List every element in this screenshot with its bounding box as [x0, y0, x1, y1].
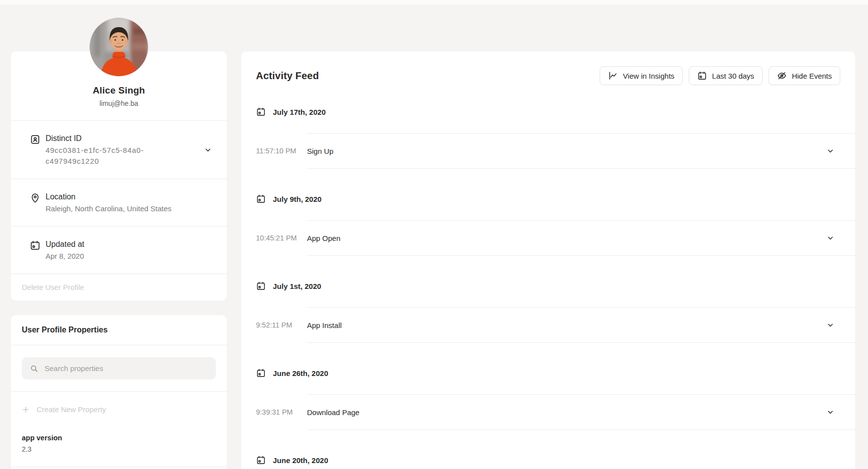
attr-value: 49cc0381-e1fc-57c5-84a0-c497949c1220: [46, 145, 169, 167]
activity-feed-title: Activity Feed: [256, 70, 319, 82]
calendar-icon: [256, 368, 266, 378]
calendar-icon: [256, 281, 266, 291]
eye-off-icon: [777, 71, 787, 81]
search-box[interactable]: [22, 357, 216, 379]
button-label: View in Insights: [623, 72, 674, 80]
delete-row: Delete User Profile: [11, 274, 227, 301]
chevron-down-icon[interactable]: [826, 408, 834, 416]
feed-group: July 1st, 2020 9:52:11 PM App Install: [256, 281, 855, 343]
feed-group: June 20th, 2020: [256, 455, 855, 469]
profile-card: Alice Singh limuj@he.ba Distinct ID 49cc…: [11, 51, 227, 301]
attr-row-location: Location Raleigh, North Carolina, United…: [11, 179, 227, 226]
calendar-icon: [30, 240, 41, 251]
event-row: 11:57:10 PM Sign Up: [256, 133, 855, 169]
properties-header: User Profile Properties: [11, 315, 227, 345]
property-value: 2.3: [22, 445, 216, 453]
calendar-icon: [697, 71, 707, 81]
event-time: 9:39:31 PM: [256, 394, 307, 430]
last-30-days-button[interactable]: Last 30 days: [689, 66, 763, 85]
feed-body: July 17th, 2020 11:57:10 PM Sign Up July…: [241, 106, 855, 469]
calendar-icon: [256, 455, 266, 465]
event-time: 11:57:10 PM: [256, 133, 307, 169]
property-row-app-version[interactable]: app version 2.3: [11, 419, 227, 467]
date-label: July 17th, 2020: [273, 108, 326, 116]
calendar-icon: [256, 194, 266, 204]
event-expander[interactable]: Sign Up: [307, 133, 855, 169]
event-name: App Open: [307, 234, 341, 242]
plus-icon: [22, 406, 30, 414]
chevron-down-icon[interactable]: [204, 146, 212, 154]
map-pin-icon: [30, 192, 41, 203]
attr-value: Raleigh, North Carolina, United States: [46, 203, 171, 214]
attr-row-updated-at: Updated at Apr 8, 2020: [11, 226, 227, 274]
chevron-down-icon[interactable]: [826, 234, 834, 242]
feed-group: July 17th, 2020 11:57:10 PM Sign Up: [256, 106, 855, 169]
create-new-property-button[interactable]: Create New Property: [11, 392, 227, 419]
event-expander[interactable]: App Install: [307, 307, 855, 343]
date-header: July 9th, 2020: [256, 193, 855, 204]
attr-label: Location: [46, 192, 171, 202]
date-label: July 1st, 2020: [273, 282, 321, 290]
calendar-icon: [256, 107, 266, 117]
chevron-down-icon[interactable]: [826, 321, 834, 329]
search-properties-input[interactable]: [45, 364, 208, 373]
event-row: 9:39:31 PM Download Page: [256, 394, 855, 430]
feed-toolbar: View in Insights Last 30 days Hide Event…: [600, 66, 840, 85]
event-time: 10:45:21 PM: [256, 220, 307, 256]
event-name: App Install: [307, 321, 342, 329]
feed-header: Activity Feed View in Insights Last 30 d…: [241, 51, 855, 85]
date-header: July 17th, 2020: [256, 106, 855, 117]
date-header: July 1st, 2020: [256, 281, 855, 291]
event-time: 9:52:11 PM: [256, 307, 307, 343]
button-label: Hide Events: [792, 72, 832, 80]
date-header: June 26th, 2020: [256, 368, 855, 378]
chevron-down-icon[interactable]: [826, 147, 834, 155]
event-row: 9:52:11 PM App Install: [256, 307, 855, 343]
attr-row-distinct-id: Distinct ID 49cc0381-e1fc-57c5-84a0-c497…: [11, 120, 227, 179]
date-label: July 9th, 2020: [273, 195, 321, 203]
delete-user-profile-button[interactable]: Delete User Profile: [22, 283, 84, 291]
property-name: app version: [22, 434, 216, 442]
date-header: June 20th, 2020: [256, 455, 855, 466]
activity-feed-card: Activity Feed View in Insights Last 30 d…: [241, 51, 855, 469]
avatar-photo-illustration: [90, 18, 148, 76]
event-expander[interactable]: Download Page: [307, 394, 855, 430]
properties-title: User Profile Properties: [22, 326, 216, 334]
feed-group: July 9th, 2020 10:45:21 PM App Open: [256, 193, 855, 256]
properties-card: User Profile Properties Create New Prope…: [11, 315, 227, 469]
search-icon: [30, 364, 39, 373]
attr-value: Apr 8, 2020: [46, 251, 84, 262]
button-label: Last 30 days: [712, 72, 754, 80]
profile-name: Alice Singh: [21, 85, 217, 96]
attr-label: Updated at: [46, 239, 84, 249]
feed-group: June 26th, 2020 9:39:31 PM Download Page: [256, 368, 855, 430]
date-label: June 20th, 2020: [273, 456, 328, 465]
profile-email: limuj@he.ba: [21, 99, 217, 107]
attr-label: Distinct ID: [46, 134, 169, 143]
search-section: [11, 345, 227, 392]
event-name: Download Page: [307, 408, 359, 417]
page-top-strip: [0, 0, 868, 5]
avatar: [90, 18, 148, 76]
date-label: June 26th, 2020: [273, 369, 328, 377]
event-name: Sign Up: [307, 147, 333, 155]
event-row: 10:45:21 PM App Open: [256, 220, 855, 256]
hide-events-button[interactable]: Hide Events: [768, 66, 840, 85]
id-badge-icon: [30, 134, 41, 145]
view-in-insights-button[interactable]: View in Insights: [600, 66, 683, 85]
line-chart-icon: [608, 71, 618, 81]
create-new-property-label: Create New Property: [37, 405, 106, 414]
event-expander[interactable]: App Open: [307, 220, 855, 256]
